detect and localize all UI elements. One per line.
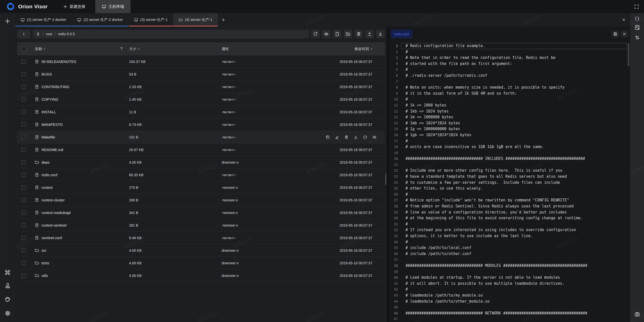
- transfer-list-button[interactable]: [634, 35, 640, 41]
- shortcut-command-button[interactable]: ⌘: [4, 269, 11, 276]
- table-row[interactable]: Makefile 151 B -rw-rw-r--: [17, 131, 385, 144]
- file-name[interactable]: deps: [42, 160, 49, 164]
- table-row[interactable]: COPYING 1.45 KB -rw-rw-r-- 2019-05-16 00…: [17, 93, 385, 106]
- breadcrumb-segment-folder[interactable]: redis-5.0.5: [58, 32, 75, 36]
- file-name[interactable]: utils: [42, 274, 48, 278]
- json-config-button[interactable]: {}: [634, 16, 639, 21]
- close-all-tabs-button[interactable]: [617, 13, 630, 26]
- column-header-size[interactable]: 大小: [129, 47, 136, 51]
- file-name[interactable]: tests: [42, 261, 49, 265]
- row-checkbox[interactable]: [22, 273, 26, 278]
- table-row[interactable]: README.md 20.07 KB -rw-rw-r-- 2019-05-16…: [17, 144, 385, 156]
- upload-button[interactable]: [365, 30, 374, 38]
- refresh-button[interactable]: [311, 30, 320, 38]
- table-row[interactable]: tests 4.00 KB drwxrwxr-x 2019-05-16 00:0…: [17, 257, 385, 269]
- file-name[interactable]: runtest-cluster: [42, 198, 65, 202]
- fullscreen-button[interactable]: [632, 3, 640, 11]
- table-row[interactable]: deps 4.00 KB drwxrwxr-x 2019-05-16 00:07…: [17, 156, 385, 169]
- editor-file-tab[interactable]: redis.conf: [391, 30, 412, 38]
- sort-name-control[interactable]: [44, 48, 45, 50]
- row-checkbox[interactable]: [22, 173, 26, 177]
- row-checkbox[interactable]: [22, 210, 26, 215]
- row-checkbox[interactable]: [22, 261, 26, 265]
- screenshot-button[interactable]: [634, 311, 640, 318]
- session-tab-2[interactable]: (2) server-生产-2 docker: [72, 13, 128, 26]
- file-name[interactable]: runtest: [42, 186, 53, 190]
- file-name[interactable]: Makefile: [42, 135, 55, 139]
- settings-button[interactable]: [5, 310, 11, 317]
- file-name[interactable]: 00-RELEASENOTES: [42, 60, 76, 64]
- session-tab-3[interactable]: (3) server-生产-1: [129, 13, 173, 26]
- session-tab-4[interactable]: (4) server-生产-1: [173, 13, 218, 26]
- table-row[interactable]: src 4.00 KB drwxrwxr-x 2019-05-16 00:07:…: [17, 244, 385, 257]
- download-icon[interactable]: [354, 135, 358, 139]
- save-file-button[interactable]: [612, 30, 619, 38]
- file-name[interactable]: CONTRIBUTING: [42, 85, 69, 89]
- table-row[interactable]: sentinel.conf 9.48 KB -rw-rw-r-- 2019-05…: [17, 232, 385, 244]
- file-name[interactable]: COPYING: [42, 97, 58, 101]
- panel-divider[interactable]: [387, 26, 389, 322]
- stamp-button[interactable]: [5, 282, 11, 290]
- file-name[interactable]: runtest-moduleapi: [42, 211, 71, 215]
- file-list-scrollbar[interactable]: [385, 174, 386, 185]
- new-session-button[interactable]: [4, 17, 12, 25]
- trash-icon[interactable]: [344, 135, 348, 139]
- menu-new-connection[interactable]: 新建连接: [57, 0, 92, 13]
- table-row[interactable]: CONTRIBUTING 2.33 KB -rw-rw-r-- 2019-05-…: [17, 81, 385, 93]
- new-file-button[interactable]: [333, 30, 341, 38]
- move-select-icon[interactable]: [363, 135, 367, 139]
- file-name[interactable]: INSTALL: [42, 110, 56, 114]
- file-name[interactable]: MANIFESTO: [42, 123, 63, 127]
- session-tab-1[interactable]: (1) server-生产-2 docker: [15, 13, 72, 26]
- table-row[interactable]: BUGS 53 B -rw-rw-r-- 2019-05-16 00:07:37: [17, 68, 385, 81]
- back-button[interactable]: [17, 30, 30, 39]
- row-checkbox[interactable]: [22, 59, 26, 64]
- file-name[interactable]: runtest-sentinel: [42, 223, 66, 227]
- theme-palette-button[interactable]: [5, 296, 11, 304]
- row-checkbox[interactable]: [22, 110, 26, 114]
- file-name[interactable]: src: [42, 248, 46, 253]
- file-name[interactable]: README.md: [42, 148, 63, 152]
- file-name[interactable]: redis.conf: [42, 173, 57, 177]
- row-checkbox[interactable]: [22, 160, 26, 164]
- row-checkbox[interactable]: [22, 148, 26, 152]
- row-checkbox[interactable]: [22, 97, 26, 101]
- editor-scrollbar[interactable]: [628, 43, 629, 66]
- row-checkbox[interactable]: [22, 198, 26, 202]
- table-row[interactable]: redis.conf 60.35 KB -rw-rw-r-- 2019-05-1…: [17, 169, 385, 181]
- column-header-mtime[interactable]: 修改时间: [354, 47, 369, 51]
- table-row[interactable]: utils 4.00 KB drwxrwxr-x 2019-05-16 00:0…: [17, 269, 385, 282]
- table-row[interactable]: runtest-sentinel 281 B -rwxrwxr-x 2019-0…: [17, 219, 385, 232]
- column-header-name[interactable]: 名称: [35, 47, 42, 51]
- editor-code[interactable]: 1 # Redis configuration file example. 2 …: [389, 42, 630, 322]
- row-checkbox[interactable]: [22, 236, 26, 240]
- table-row[interactable]: 00-RELEASENOTES 104.37 KB -rw-rw-r-- 201…: [17, 55, 385, 68]
- menu-host-terminal[interactable]: 主机终端: [95, 0, 131, 13]
- edit-pencil-icon[interactable]: [335, 135, 339, 139]
- row-checkbox[interactable]: [22, 135, 26, 139]
- table-row[interactable]: runtest-moduleapi 341 B -rwxrwxr-x 2019-…: [17, 206, 385, 219]
- sort-mtime-control[interactable]: [371, 48, 372, 50]
- table-row[interactable]: runtest 275 B -rwxrwxr-x 2019-05-16 00:0…: [17, 181, 385, 194]
- breadcrumb[interactable]: / root / redis-5.0.5: [33, 30, 309, 39]
- delete-button[interactable]: [354, 30, 363, 38]
- new-tab-button[interactable]: [218, 13, 229, 26]
- row-checkbox[interactable]: [22, 223, 26, 227]
- select-all-checkbox[interactable]: [22, 47, 26, 51]
- breadcrumb-segment-root[interactable]: root: [46, 32, 52, 36]
- permissions-users-icon[interactable]: [372, 135, 376, 139]
- file-name[interactable]: BUGS: [42, 72, 52, 76]
- row-checkbox[interactable]: [22, 248, 26, 253]
- row-checkbox[interactable]: [22, 72, 26, 76]
- close-editor-button[interactable]: [621, 30, 628, 38]
- row-checkbox[interactable]: [22, 185, 26, 190]
- sort-size-control[interactable]: [138, 48, 140, 50]
- table-row[interactable]: runtest-cluster 280 B -rwxrwxr-x 2019-05…: [17, 194, 385, 206]
- new-folder-button[interactable]: [344, 30, 352, 38]
- toggle-hidden-files-button[interactable]: [322, 30, 331, 38]
- filter-button[interactable]: [120, 47, 124, 51]
- row-checkbox[interactable]: [22, 122, 26, 127]
- file-name[interactable]: sentinel.conf: [42, 236, 62, 240]
- download-button[interactable]: [376, 30, 385, 38]
- file-bookmark-button[interactable]: [634, 25, 640, 31]
